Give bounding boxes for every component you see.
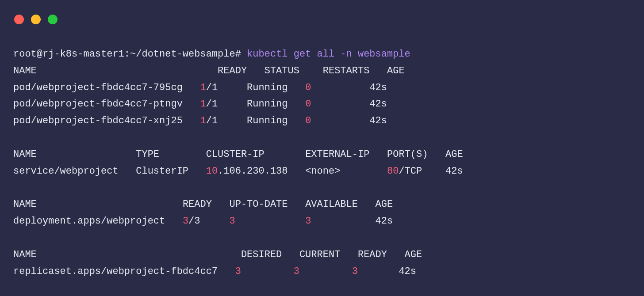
terminal-body[interactable]: root@rj-k8s-master1:~/dotnet-websample# … (0, 27, 644, 293)
close-icon[interactable] (14, 15, 24, 24)
pod-row: pod/webproject-fbdc4cc7-xnj25 1/1 Runnin… (13, 115, 387, 126)
zoom-icon[interactable] (48, 15, 58, 24)
shell-prompt: root@rj-k8s-master1:~/dotnet-websample# (13, 49, 247, 60)
replicaset-row: replicaset.apps/webproject-fbdc4cc7 3 3 … (13, 266, 416, 277)
replicasets-header: NAME DESIRED CURRENT READY AGE (13, 249, 422, 260)
minimize-icon[interactable] (31, 15, 41, 24)
terminal-window: root@rj-k8s-master1:~/dotnet-websample# … (0, 0, 644, 296)
deployments-header: NAME READY UP-TO-DATE AVAILABLE AGE (13, 199, 393, 210)
deployment-row: deployment.apps/webproject 3/3 3 3 42s (13, 216, 393, 227)
pods-header: NAME READY STATUS RESTARTS AGE (13, 65, 405, 76)
pod-row: pod/webproject-fbdc4cc7-ptngv 1/1 Runnin… (13, 99, 387, 110)
services-header: NAME TYPE CLUSTER-IP EXTERNAL-IP PORT(S)… (13, 149, 463, 160)
shell-command: kubectl get all -n websample (247, 49, 410, 60)
window-titlebar (0, 0, 644, 27)
pod-row: pod/webproject-fbdc4cc7-795cg 1/1 Runnin… (13, 82, 387, 93)
service-row: service/webproject ClusterIP 10.106.230.… (13, 166, 463, 177)
